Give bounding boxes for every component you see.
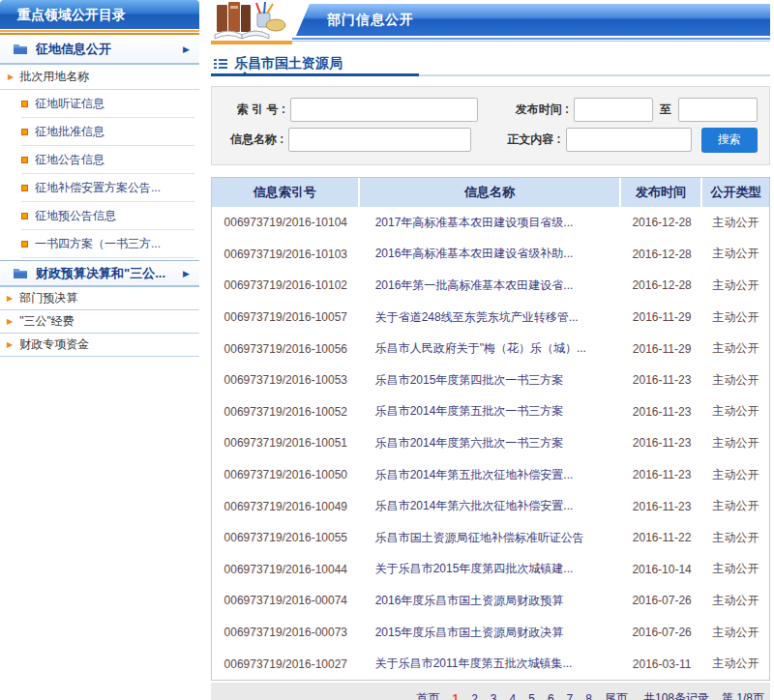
cell-info-name-link[interactable]: 乐昌市2014年度第五批次一书三方案	[360, 403, 622, 420]
cell-index-number: 006973719/2016-10103	[212, 248, 360, 261]
cell-publish-date: 2016-11-22	[621, 531, 702, 544]
pagination-page-indicator: 第 1/8页	[722, 690, 764, 700]
books-stationery-icon	[211, 0, 292, 44]
cell-index-number: 006973719/2016-00074	[212, 594, 360, 607]
sidebar-sub-item[interactable]: 征地公告信息	[0, 146, 199, 174]
pagination-page[interactable]: 1	[452, 692, 459, 700]
cell-info-name-link[interactable]: 关于乐昌市2011年度第五批次城镇集...	[360, 656, 622, 672]
sidebar-sub-item-inner: 征地预公告信息	[21, 202, 194, 230]
table-row: 006973719/2016-10027 关于乐昌市2011年度第五批次城镇集.…	[212, 648, 769, 680]
cell-info-name-link[interactable]: 2016年度乐昌市国土资源局财政预算	[360, 593, 622, 609]
publish-date-to-input[interactable]	[678, 98, 758, 122]
cell-publish-date: 2016-11-29	[621, 310, 702, 324]
sidebar-sub-item[interactable]: 一书四方案（一书三方...	[0, 230, 199, 258]
cell-open-type: 主动公开	[702, 435, 769, 452]
arrow-right-icon: ▶	[7, 294, 13, 303]
cell-info-name-link[interactable]: 乐昌市2014年第六批次征地补偿安置...	[360, 498, 622, 514]
cell-info-name-link[interactable]: 2015年度乐昌市国土资源局财政决算	[360, 625, 622, 641]
cell-publish-date: 2016-11-23	[621, 436, 702, 450]
pagination-page[interactable]: 4	[510, 692, 517, 700]
sidebar-sub-item-inner: 一书四方案（一书三方...	[21, 230, 194, 258]
pagination-page[interactable]: 2	[471, 692, 478, 700]
cell-publish-date: 2016-11-23	[621, 373, 702, 387]
arrow-right-icon: ▶	[7, 317, 13, 326]
cell-open-type: 主动公开	[702, 498, 769, 514]
search-row-1: 索 引 号 : 发布时间 : 至	[223, 95, 758, 125]
sidebar-link[interactable]: ▶ 部门预决算	[0, 287, 199, 310]
pagination-page[interactable]: 7	[567, 692, 574, 700]
table-row: 006973719/2016-10055 乐昌市国土资源局征地补偿标准听证公告 …	[212, 522, 769, 554]
cell-open-type: 主动公开	[702, 340, 769, 357]
info-name-input[interactable]	[288, 128, 471, 152]
sidebar-sub-item[interactable]: 征地批准信息	[0, 118, 199, 146]
cell-index-number: 006973719/2016-10057	[212, 310, 360, 324]
table-row: 006973719/2016-10051 乐昌市2014年度第六批次一书三方案 …	[212, 427, 769, 459]
pagination-page[interactable]: 5	[528, 692, 535, 700]
content-label: 正文内容 :	[500, 131, 560, 148]
square-bullet-icon	[21, 185, 28, 191]
pagination-page[interactable]: 3	[491, 692, 497, 700]
cell-info-name-link[interactable]: 2016年第一批高标准基本农田建设省...	[360, 277, 622, 294]
arrow-right-icon: ▶	[8, 73, 14, 81]
cell-open-type: 主动公开	[702, 656, 769, 672]
sidebar-sub-item-label: 征地听证信息	[35, 96, 104, 112]
pagination-last[interactable]: 尾页	[605, 690, 628, 700]
sidebar-group-batch-land[interactable]: ▶ 批次用地名称	[0, 65, 199, 90]
index-number-input[interactable]	[290, 98, 478, 122]
cell-info-name-link[interactable]: 乐昌市人民政府关于"梅（花）乐（城）...	[360, 340, 622, 357]
cell-info-name-link[interactable]: 乐昌市国土资源局征地补偿标准听证公告	[360, 530, 622, 546]
cell-info-name-link[interactable]: 关于乐昌市2015年度第四批次城镇建...	[360, 561, 622, 577]
cell-info-name-link[interactable]: 乐昌市2014年第五批次征地补偿安置...	[360, 467, 622, 483]
pagination-total-records: 共108条记录	[643, 690, 709, 700]
cell-info-name-link[interactable]: 乐昌市2014年度第六批次一书三方案	[360, 435, 622, 452]
search-button[interactable]: 搜索	[701, 128, 758, 153]
sidebar-link-label: 财政专项资金	[19, 336, 89, 353]
cell-open-type: 主动公开	[702, 277, 769, 294]
cell-publish-date: 2016-12-28	[621, 216, 702, 229]
cell-open-type: 主动公开	[702, 561, 769, 577]
sidebar-section-land-info[interactable]: 征地信息公开 ▶	[0, 35, 199, 65]
pagination-bar: 首页 12345678 尾页 共108条记录 第 1/8页	[211, 683, 770, 700]
cell-index-number: 006973719/2016-10104	[212, 216, 360, 229]
cell-info-name-link[interactable]: 2016年高标准基本农田建设省级补助...	[360, 246, 622, 262]
pagination-first[interactable]: 首页	[416, 690, 439, 700]
banner-underline	[292, 36, 770, 44]
publish-date-from-input[interactable]	[574, 98, 653, 122]
cell-index-number: 006973719/2016-10055	[212, 531, 360, 544]
sidebar-sub-item-label: 征地批准信息	[35, 124, 104, 140]
sidebar-link[interactable]: ▶ "三公"经费	[0, 310, 199, 334]
cell-info-name-link[interactable]: 关于省道248线至东莞东坑产业转移管...	[360, 309, 622, 326]
sidebar-sub-item[interactable]: 征地听证信息	[0, 90, 199, 118]
cell-open-type: 主动公开	[702, 530, 769, 546]
cell-index-number: 006973719/2016-00073	[212, 626, 360, 639]
column-header-name: 信息名称	[360, 178, 622, 207]
cell-publish-date: 2016-10-14	[621, 563, 702, 576]
search-panel: 索 引 号 : 发布时间 : 至 信息名称 : 正文内容 : 搜索	[211, 86, 770, 165]
table-header-row: 信息索引号 信息名称 发布时间 公开类型	[212, 178, 769, 207]
column-header-date: 发布时间	[621, 178, 702, 207]
cell-open-type: 主动公开	[702, 625, 769, 641]
sidebar-sub-item-label: 一书四方案（一书三方...	[35, 236, 161, 252]
cell-info-name-link[interactable]: 2017年高标准基本农田建设项目省级...	[360, 215, 622, 231]
table-row: 006973719/2016-10053 乐昌市2015年度第四批次一书三方案 …	[212, 365, 769, 396]
content-input[interactable]	[566, 128, 692, 152]
sidebar-link[interactable]: ▶ 财政专项资金	[0, 334, 199, 357]
pagination-page[interactable]: 8	[585, 692, 592, 700]
square-bullet-icon	[21, 129, 28, 135]
cell-open-type: 主动公开	[702, 215, 769, 231]
table-row: 006973719/2016-10049 乐昌市2014年第六批次征地补偿安置.…	[212, 490, 769, 522]
sidebar-sub-item-label: 征地公告信息	[35, 152, 104, 168]
sidebar-sub-item-label: 征地补偿安置方案公告...	[35, 180, 161, 196]
sidebar-sub-item[interactable]: 征地预公告信息	[0, 202, 199, 230]
cell-index-number: 006973719/2016-10052	[212, 405, 360, 419]
sidebar-sub-item-inner: 征地听证信息	[21, 90, 194, 118]
table-row: 006973719/2016-10102 2016年第一批高标准基本农田建设省.…	[212, 270, 769, 302]
pagination-page[interactable]: 6	[548, 692, 554, 700]
sidebar-section-budget[interactable]: 财政预算决算和"三公... ▶	[0, 260, 199, 287]
sidebar-sub-item[interactable]: 征地补偿安置方案公告...	[0, 174, 199, 202]
square-bullet-icon	[21, 101, 28, 107]
cell-info-name-link[interactable]: 乐昌市2015年度第四批次一书三方案	[360, 372, 622, 389]
cell-publish-date: 2016-11-29	[621, 342, 702, 356]
square-bullet-icon	[21, 213, 28, 219]
table-row: 006973719/2016-10050 乐昌市2014年第五批次征地补偿安置.…	[212, 459, 769, 491]
